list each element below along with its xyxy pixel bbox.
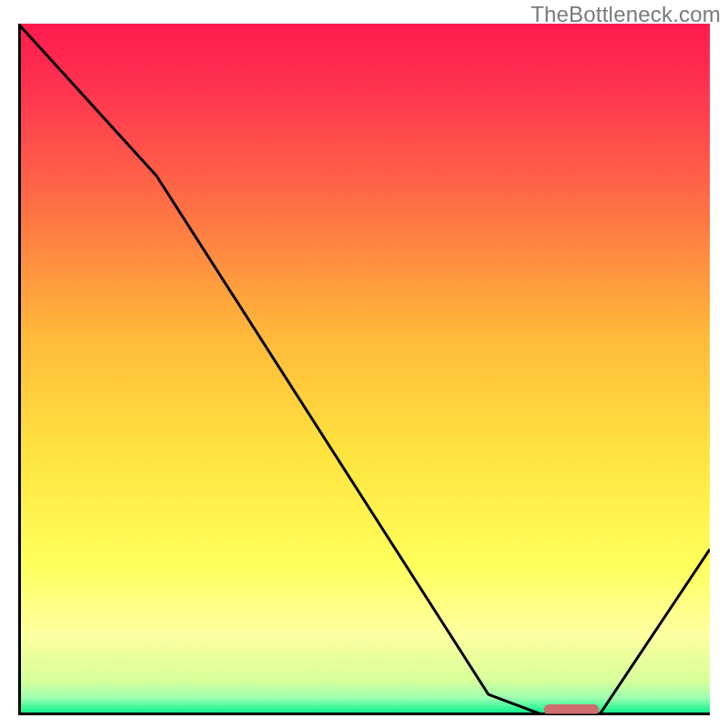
curve-layer <box>18 24 710 715</box>
chart-container: TheBottleneck.com <box>0 0 728 728</box>
bottleneck-curve <box>18 24 710 715</box>
optimal-range-marker <box>544 704 600 715</box>
plot-area <box>18 24 710 715</box>
